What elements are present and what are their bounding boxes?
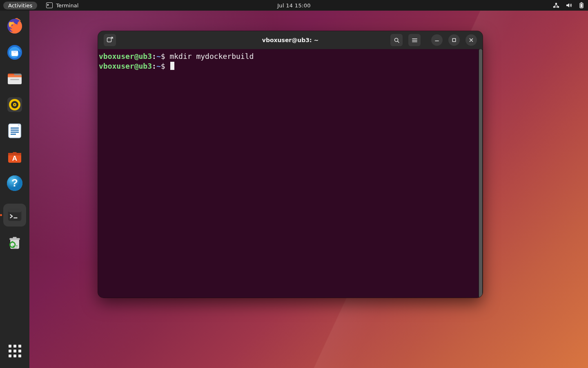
system-tray — [553, 0, 584, 11]
prompt-sep: : — [152, 62, 156, 70]
dock: A ? — [0, 11, 29, 368]
svg-rect-11 — [8, 75, 22, 77]
svg-rect-18 — [9, 124, 21, 138]
terminal-scrollbar[interactable] — [479, 49, 483, 298]
prompt-symbol: $ — [161, 62, 170, 70]
prompt-user-host: vboxuser@ub3 — [99, 62, 152, 70]
volume-icon[interactable] — [566, 2, 572, 8]
svg-point-1 — [553, 6, 555, 7]
top-bar: Activities Terminal Jul 14 15:00 — [0, 0, 588, 11]
window-title: vboxuser@ub3: ~ — [262, 37, 318, 43]
window-titlebar[interactable]: vboxuser@ub3: ~ — [98, 31, 483, 49]
prompt-symbol: $ — [161, 52, 170, 61]
new-tab-button[interactable] — [104, 34, 116, 46]
terminal-cursor — [170, 62, 174, 70]
svg-rect-19 — [11, 128, 19, 128]
dock-item-thunderbird[interactable] — [5, 43, 24, 62]
hamburger-menu-button[interactable] — [408, 34, 421, 46]
svg-rect-21 — [11, 132, 19, 132]
activities-button[interactable]: Activities — [3, 2, 37, 9]
svg-point-17 — [14, 104, 15, 105]
app-menu[interactable]: Terminal — [46, 2, 78, 9]
dock-item-libreoffice-writer[interactable] — [5, 121, 24, 141]
dock-item-files[interactable] — [5, 69, 24, 88]
dock-item-firefox[interactable] — [5, 16, 24, 36]
app-menu-label: Terminal — [56, 2, 78, 9]
scrollbar-thumb[interactable] — [479, 49, 482, 298]
prompt-path: ~ — [156, 62, 161, 70]
minimize-button[interactable] — [431, 34, 443, 46]
prompt-user-host: vboxuser@ub3 — [99, 52, 152, 61]
dock-item-trash[interactable] — [5, 233, 24, 253]
search-button[interactable] — [390, 34, 403, 46]
svg-point-2 — [557, 6, 559, 7]
dock-item-terminal[interactable] — [3, 204, 26, 227]
dock-item-rhythmbox[interactable] — [5, 95, 24, 114]
svg-rect-31 — [13, 218, 18, 218]
show-applications-button[interactable] — [5, 341, 24, 361]
svg-rect-34 — [13, 237, 16, 238]
svg-text:?: ? — [11, 177, 18, 189]
terminal-viewport[interactable]: vboxuser@ub3:~$ mkdir mydockerbuild vbox… — [98, 49, 479, 298]
svg-rect-5 — [581, 4, 583, 7]
terminal-indicator-icon — [46, 2, 53, 8]
svg-point-0 — [555, 3, 557, 4]
svg-rect-37 — [452, 38, 455, 41]
svg-rect-12 — [10, 79, 19, 80]
svg-text:A: A — [12, 155, 17, 162]
prompt-sep: : — [152, 52, 156, 61]
terminal-command-0: mkdir mydockerbuild — [169, 52, 254, 61]
close-button[interactable] — [466, 34, 477, 46]
clock[interactable]: Jul 14 15:00 — [277, 2, 311, 9]
dock-item-ubuntu-software[interactable]: A — [5, 147, 24, 167]
svg-rect-22 — [11, 134, 16, 135]
dock-item-help[interactable]: ? — [5, 173, 24, 193]
svg-rect-4 — [581, 2, 582, 3]
network-icon[interactable] — [553, 2, 559, 8]
svg-rect-20 — [11, 130, 19, 130]
svg-rect-30 — [8, 209, 21, 213]
terminal-window[interactable]: vboxuser@ub3: ~ vboxuser@ub3:~$ mkdir my… — [98, 31, 483, 298]
maximize-button[interactable] — [448, 34, 460, 46]
prompt-path: ~ — [156, 52, 161, 61]
battery-icon[interactable] — [579, 2, 584, 9]
